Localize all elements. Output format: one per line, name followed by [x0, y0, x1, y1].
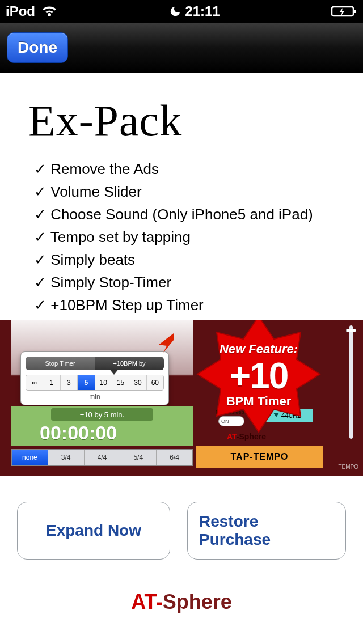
carrier-label: iPod: [6, 3, 35, 19]
ts-option[interactable]: 3/4: [48, 450, 84, 465]
feature-item: Simply beats: [34, 248, 346, 271]
expand-now-button[interactable]: Expand Now: [17, 502, 170, 560]
badge-line3: BPM Timer: [220, 395, 298, 408]
segment-plus10[interactable]: +10BPM by: [95, 357, 164, 370]
ts-option[interactable]: 4/4: [84, 450, 120, 465]
picker-option[interactable]: ∞: [26, 375, 43, 390]
segment-stop-timer[interactable]: Stop Timer: [26, 357, 95, 370]
popover-segment: Stop Timer +10BPM by: [26, 357, 164, 370]
purchase-button-row: Expand Now Restore Purchase: [17, 502, 346, 560]
tap-tempo-button[interactable]: TAP-TEMPO: [196, 446, 323, 468]
ts-option[interactable]: none: [12, 450, 48, 465]
picker-option-selected[interactable]: 5: [77, 375, 94, 390]
picker-unit-label: min: [21, 393, 168, 401]
picker-option[interactable]: 1: [43, 375, 60, 390]
battery-charging-icon: [331, 5, 357, 18]
clock-label: 21:11: [185, 3, 220, 19]
picker-option[interactable]: 30: [129, 375, 146, 390]
brand-sphere: Sphere: [163, 590, 232, 613]
badge-line1: New Feature:: [220, 343, 298, 355]
time-signature-segment: none 3/4 4/4 5/4 6/4: [11, 449, 193, 466]
ts-option[interactable]: 6/4: [156, 450, 192, 465]
ts-option[interactable]: 5/4: [120, 450, 156, 465]
ribbon-arrow-icon: [159, 333, 174, 353]
feature-list: Remove the Ads Volume Slider Choose Soun…: [34, 158, 346, 316]
status-bar: iPod 21:11: [0, 0, 363, 23]
picker-option[interactable]: 60: [146, 375, 163, 390]
new-feature-badge: New Feature: +10 BPM Timer: [196, 320, 321, 438]
step-interval-label: +10 by 5 min.: [51, 408, 153, 421]
svg-rect-1: [354, 10, 356, 13]
feature-item: Tempo set by tapping: [34, 226, 346, 248]
feature-item: Simply Stop-Timer: [34, 271, 346, 294]
tempo-slider-track[interactable]: [349, 325, 353, 439]
do-not-disturb-icon: [169, 5, 182, 18]
content-area: Ex-Pack Remove the Ads Volume Slider Cho…: [0, 73, 363, 614]
feature-item: +10BPM Step up Timer: [34, 294, 346, 316]
picker-option[interactable]: 10: [95, 375, 112, 390]
footer-brand: AT-Sphere: [17, 590, 346, 614]
restore-purchase-button[interactable]: Restore Purchase: [187, 502, 346, 560]
picker-option[interactable]: 3: [60, 375, 77, 390]
picker-option[interactable]: 15: [112, 375, 129, 390]
minute-picker[interactable]: ∞ 1 3 5 10 15 30 60: [26, 375, 164, 391]
brand-at: AT: [131, 590, 155, 613]
feature-item: Volume Slider: [34, 180, 346, 203]
promo-screenshot: Stop Timer +10BPM by ∞ 1 3 5 10 15 30 60…: [0, 320, 363, 476]
tempo-caption: TEMPO: [338, 464, 358, 470]
nav-bar: Done: [0, 23, 363, 73]
feature-item: Remove the Ads: [34, 158, 346, 180]
feature-item: Choose Sound (Only iPhone5 and iPad): [34, 203, 346, 226]
wifi-icon: [41, 5, 58, 18]
page-title: Ex-Pack: [28, 95, 346, 146]
chevron-down-icon: [109, 369, 119, 375]
brand-dash: -: [156, 590, 163, 613]
timer-popover: Stop Timer +10BPM by ∞ 1 3 5 10 15 30 60…: [20, 351, 169, 405]
timer-readout: 00:00:00: [40, 422, 117, 444]
tempo-slider-knob[interactable]: [346, 329, 356, 332]
badge-line2: +10: [220, 358, 298, 394]
done-button[interactable]: Done: [7, 32, 68, 63]
